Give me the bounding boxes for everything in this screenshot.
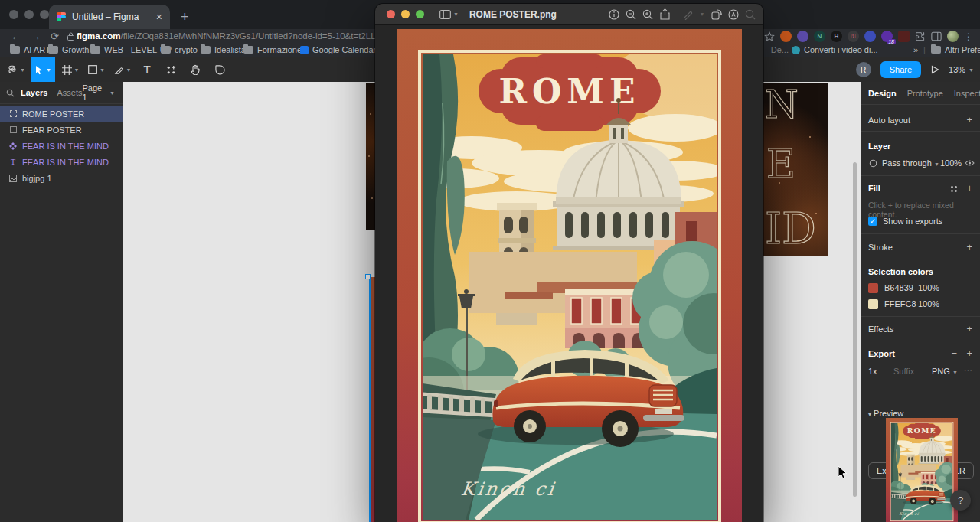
browser-tab[interactable]: Untitled – Figma × (49, 5, 170, 29)
extension-icon-badge[interactable]: 18 (881, 31, 893, 42)
move-tool[interactable]: ▼ (31, 57, 55, 82)
tab-inspect[interactable]: Inspect (954, 89, 980, 98)
address-bar[interactable]: figma.com/file/ZOqa831eMwhNfNMRz3vGs1/Un… (77, 31, 377, 41)
preview-traffic-lights[interactable] (387, 10, 424, 18)
rome-poster-canvas-selected-edge[interactable] (369, 277, 375, 522)
color-hex-value[interactable]: B64839 (884, 283, 913, 292)
bookmarks-overflow-chevron[interactable]: » (913, 45, 918, 54)
back-icon[interactable]: ← (11, 31, 21, 42)
zoom-window-icon[interactable] (416, 10, 424, 18)
bookmark-item[interactable]: Idealista (201, 45, 246, 54)
resources-tool[interactable] (159, 57, 182, 82)
export-suffix-field[interactable]: Suffix (893, 367, 914, 376)
layer-row-text[interactable]: T FEAR IS IN THE MIND (0, 154, 122, 170)
markup-toolbar-icon[interactable] (725, 9, 742, 20)
canvas-scrollbar[interactable] (853, 162, 857, 497)
rome-poster-image[interactable]: ROME (886, 418, 958, 522)
fear-poster-canvas-left-edge[interactable] (366, 83, 375, 230)
pen-tool[interactable]: ▼ (110, 57, 135, 82)
extension-icon-blue[interactable] (864, 31, 876, 42)
share-button[interactable]: Share (880, 61, 921, 78)
color-swatch[interactable] (868, 299, 878, 309)
tab-prototype[interactable]: Prototype (907, 89, 943, 98)
help-button[interactable]: ? (950, 490, 971, 511)
minimize-window-icon[interactable] (401, 10, 410, 18)
bookmark-star-icon[interactable] (764, 31, 775, 42)
bookmark-item-converti[interactable]: Converti i video di... (792, 45, 878, 54)
color-opacity-value[interactable]: 100% (918, 299, 939, 308)
add-export-button[interactable]: + (966, 347, 972, 359)
present-icon[interactable] (930, 65, 939, 74)
forward-icon[interactable]: → (31, 31, 41, 42)
close-window-icon[interactable] (387, 10, 395, 18)
info-icon[interactable] (606, 9, 622, 20)
chevron-down-icon[interactable]: ▼ (453, 11, 459, 17)
layer-row-image[interactable]: bigjpg 1 (0, 170, 122, 186)
remove-export-button[interactable]: − (951, 347, 957, 359)
reload-icon[interactable]: ⟳ (51, 31, 59, 42)
preview-section-toggle[interactable]: ▾ Preview (868, 409, 903, 418)
extension-icon-key[interactable]: ⚿ (848, 31, 859, 42)
browser-profile-avatar[interactable] (947, 31, 959, 42)
zoom-level-control[interactable]: 13%▼ (949, 65, 974, 74)
preview-app-window[interactable]: ▼ ROME POSTER.png ▼ (375, 4, 763, 522)
new-tab-button[interactable]: + (181, 8, 189, 26)
eye-visibility-icon[interactable] (965, 159, 975, 167)
page-selector[interactable]: Page 1▼ (83, 83, 116, 102)
add-fill-button[interactable]: + (966, 182, 972, 194)
browser-menu-icon[interactable]: ⋮ (964, 31, 973, 42)
extension-icon-orange[interactable] (780, 31, 792, 42)
fear-poster-canvas-fragment[interactable]: N E ID (763, 83, 828, 256)
zoom-out-icon[interactable] (622, 9, 639, 20)
comment-tool[interactable] (208, 57, 231, 82)
preview-window-titlebar[interactable]: ▼ ROME POSTER.png ▼ (375, 4, 763, 25)
tab-design[interactable]: Design (868, 89, 897, 98)
hand-tool[interactable] (184, 57, 207, 82)
extension-icon-h[interactable]: H (831, 31, 842, 42)
export-scale-select[interactable]: 1x (868, 367, 877, 376)
tab-layers[interactable]: Layers (21, 88, 47, 97)
rotate-icon[interactable] (708, 9, 725, 20)
bookmark-item[interactable]: crypto (161, 45, 198, 54)
styles-icon[interactable] (950, 185, 958, 193)
tab-assets[interactable]: Assets (57, 88, 82, 97)
add-effect-button[interactable]: + (966, 323, 972, 334)
user-avatar[interactable]: R (856, 62, 871, 77)
bookmark-item[interactable]: WEB - LEVEL-UP (90, 45, 172, 54)
other-bookmarks-folder[interactable]: Altri Preferiti (931, 45, 980, 54)
layer-opacity-value[interactable]: 100% (940, 158, 962, 168)
zoom-in-icon[interactable] (639, 9, 656, 20)
blend-mode-icon[interactable] (869, 159, 877, 168)
blend-mode-select[interactable]: Pass through ▼ (882, 158, 939, 168)
add-stroke-button[interactable]: + (966, 241, 972, 253)
layer-row-component[interactable]: FEAR IS IN THE MIND (0, 138, 122, 154)
text-tool[interactable]: T (136, 57, 158, 82)
browser-traffic-lights[interactable] (9, 10, 49, 19)
minimize-window-icon[interactable] (24, 10, 34, 19)
rome-poster-image[interactable]: ROME (397, 29, 742, 522)
puzzle-extensions-icon[interactable] (915, 31, 926, 42)
export-format-select[interactable]: PNG ▼ (932, 367, 958, 376)
color-swatch[interactable] (868, 283, 878, 293)
color-hex-value[interactable]: FFEFC8 (884, 299, 916, 308)
bookmark-item[interactable]: AI ART (10, 45, 51, 54)
export-options-menu[interactable]: ⋯ (964, 365, 972, 375)
search-icon[interactable] (6, 89, 15, 97)
show-in-exports-checkbox[interactable]: ✓ (868, 217, 877, 226)
add-auto-layout-button[interactable]: + (966, 114, 972, 126)
shape-tool[interactable]: ▼ (84, 57, 109, 82)
extension-icon-darkred[interactable] (898, 31, 910, 42)
extension-icon-n[interactable]: N (814, 31, 825, 42)
extension-icon-purple[interactable] (797, 31, 808, 42)
side-panel-icon[interactable] (931, 31, 942, 41)
layer-row-rome-poster[interactable]: ROME POSTER (0, 106, 122, 122)
bookmark-item[interactable]: - De... (766, 45, 789, 54)
close-window-icon[interactable] (9, 10, 18, 19)
bookmark-item[interactable]: Formazione (243, 45, 302, 54)
sidebar-toggle-icon[interactable] (436, 10, 453, 19)
bookmark-item[interactable]: Growth (48, 45, 89, 54)
layer-row-fear-poster[interactable]: FEAR POSTER (0, 122, 122, 138)
zoom-window-icon[interactable] (40, 10, 49, 19)
frame-tool[interactable]: ▼ (58, 57, 83, 82)
figma-main-menu[interactable]: ▼ (3, 57, 29, 82)
